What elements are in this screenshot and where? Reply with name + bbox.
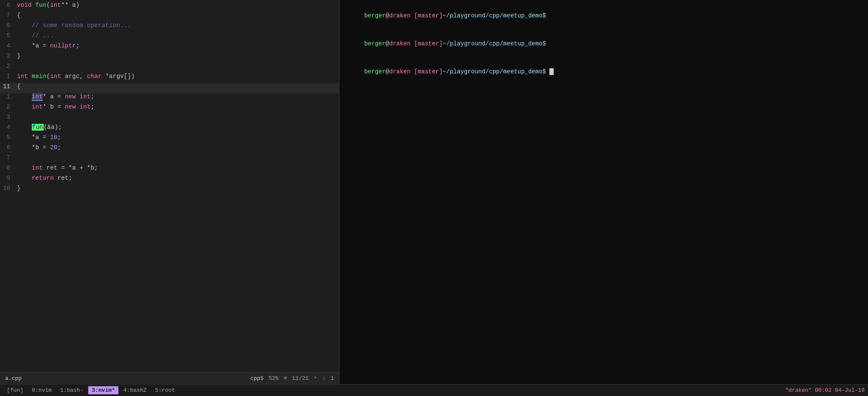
code-line-7a: 7 { [0, 12, 339, 22]
line-num: 6 [0, 22, 17, 29]
term-branch: [master] [414, 12, 442, 19]
line-num: 5 [0, 134, 17, 141]
code-line-7b: 7 [0, 154, 339, 165]
term-path: ~/playground/cpp/meetup_demo [442, 68, 542, 75]
term-user: berger [364, 12, 385, 19]
code-line-8: 8 void fun(int** a) [0, 2, 339, 12]
tmux-windows: [fun] 0:nvim 1:bash- 3:nvim* 4:bashZ 5:r… [3, 386, 785, 394]
code-line-8b: 8 int ret = *a + *b; [0, 165, 339, 175]
code-line-1b: 1 int* a = new int; [0, 93, 339, 103]
line-num-active: 11 [0, 83, 17, 90]
terminal-line-3: berger@draken [master]~/playground/cpp/m… [343, 58, 865, 86]
term-path: ~/playground/cpp/meetup_demo [442, 12, 542, 19]
code-line-4a: 4 *a = nullptr; [0, 42, 339, 53]
tmux-window-1[interactable]: 1:bash- [57, 386, 87, 394]
status-left: a.cpp cpp [5, 375, 260, 382]
line-content: { [17, 12, 336, 19]
term-host: draken [389, 68, 410, 75]
line-num: 1 [0, 93, 17, 100]
tmux-window-4[interactable]: 4:bashZ [120, 386, 150, 394]
line-content: return ret; [17, 175, 336, 181]
term-space [411, 12, 414, 19]
code-line-6a: 6 // some random operation... [0, 22, 339, 32]
tmux-window-0[interactable]: 0:nvim [28, 386, 55, 394]
line-num: 4 [0, 42, 17, 49]
tmux-window-3[interactable]: 3:nvim* [88, 386, 118, 394]
status-filename: a.cpp [5, 375, 22, 382]
terminal-pane[interactable]: berger@draken [master]~/playground/cpp/m… [339, 0, 868, 384]
term-space [411, 40, 414, 47]
line-num: 7 [0, 154, 17, 161]
line-content: int main(int argc, char *argv[]) [17, 73, 336, 80]
code-line-5a: 5 // ... [0, 32, 339, 42]
status-scroll: 52% [269, 375, 278, 382]
code-line-11: 11 { [0, 83, 339, 93]
term-at: @ [386, 40, 389, 47]
line-num: 4 [0, 124, 17, 131]
line-num: 1 [0, 73, 17, 80]
tmux-bar: [fun] 0:nvim 1:bash- 3:nvim* 4:bashZ 5:r… [0, 384, 868, 396]
line-content: // ... [17, 32, 336, 39]
tmux-info: "draken" 00:02 04-Jul-19 [785, 387, 865, 393]
line-content: // some random operation... [17, 22, 336, 29]
editor-status-bar: a.cpp cpp $ 52% ≡ 11/21 ⌃ : 1 [0, 372, 339, 384]
tmux-window-5[interactable]: 5:root [152, 386, 179, 394]
status-right: $ 52% ≡ 11/21 ⌃ : 1 [260, 375, 334, 382]
code-line-2a: 2 [0, 63, 339, 73]
line-num: 2 [0, 63, 17, 70]
line-num: 3 [0, 53, 17, 59]
term-space [411, 68, 414, 75]
code-line-10: 10 } [0, 185, 339, 195]
code-line-3b: 3 [0, 114, 339, 124]
line-content: } [17, 185, 336, 192]
term-path: ~/playground/cpp/meetup_demo [442, 40, 542, 47]
term-user: berger [364, 68, 385, 75]
code-line-4b: 4 fun(&a); [0, 124, 339, 134]
line-num: 2 [0, 103, 17, 110]
status-position: 11/21 [292, 375, 309, 382]
editor-pane[interactable]: 8 void fun(int** a) 7 { 6 // some random… [0, 0, 339, 384]
main-area: 8 void fun(int** a) 7 { 6 // some random… [0, 0, 868, 384]
code-line-5b: 5 *a = 10; [0, 134, 339, 144]
status-filetype: cpp [250, 375, 260, 382]
terminal-line-1: berger@draken [master]~/playground/cpp/m… [343, 2, 865, 30]
line-content: int* b = new int; [17, 103, 336, 110]
term-at: @ [386, 68, 389, 75]
line-content: fun(&a); [17, 124, 336, 131]
tmux-time: 00:02 [815, 387, 835, 393]
term-at: @ [386, 12, 389, 19]
term-branch: [master] [414, 40, 442, 47]
line-content: } [17, 53, 336, 59]
term-prompt: $ [543, 68, 550, 75]
term-user: berger [364, 40, 385, 47]
code-line-1a: 1 int main(int argc, char *argv[]) [0, 73, 339, 83]
terminal-line-2: berger@draken [master]~/playground/cpp/m… [343, 30, 865, 58]
code-line-3a: 3 } [0, 53, 339, 63]
line-num: 8 [0, 165, 17, 171]
code-line-2b: 2 int* b = new int; [0, 103, 339, 114]
term-prompt: $ [543, 40, 550, 47]
status-dollar: $ [260, 375, 264, 382]
line-content: void fun(int** a) [17, 2, 336, 8]
term-host: draken [389, 12, 410, 19]
status-ln-icon: ⌃ [314, 375, 317, 382]
line-num: 8 [0, 2, 17, 8]
line-content: *b = 20; [17, 144, 336, 151]
status-equiv-icon: ≡ [284, 375, 287, 382]
line-content: *a = nullptr; [17, 42, 336, 49]
line-num: 6 [0, 144, 17, 151]
line-content: int ret = *a + *b; [17, 165, 336, 171]
line-num: 9 [0, 175, 17, 181]
line-num: 7 [0, 12, 17, 19]
term-host: draken [389, 40, 410, 47]
terminal-cursor [549, 68, 554, 75]
code-line-9: 9 return ret; [0, 175, 339, 185]
status-column: 1 [330, 375, 334, 382]
code-area: 8 void fun(int** a) 7 { 6 // some random… [0, 0, 339, 372]
line-num: 3 [0, 114, 17, 120]
tmux-session: "draken" [785, 387, 815, 393]
term-prompt: $ [543, 12, 550, 19]
tmux-window-fun[interactable]: [fun] [3, 386, 27, 394]
tmux-date: 04-Jul-19 [835, 387, 865, 393]
line-num: 5 [0, 32, 17, 39]
